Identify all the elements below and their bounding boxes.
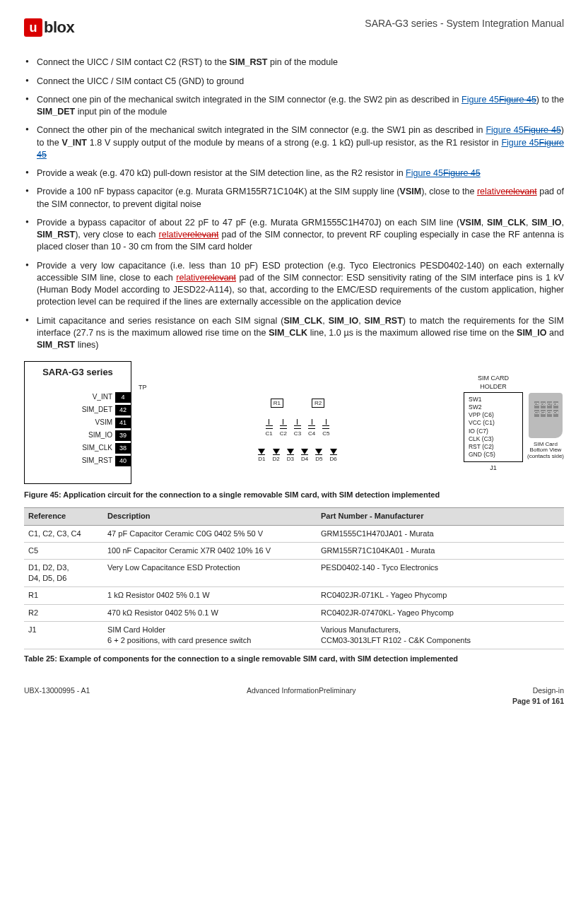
holder-pin: VPP (C6) <box>469 411 518 419</box>
module-pin: SIM_RST40 <box>25 455 131 466</box>
bold: SIM_IO <box>531 218 561 228</box>
figure-45-schematic: SARA-G3 series V_INT4SIM_DET42VSIM41SIM_… <box>24 361 564 484</box>
table-row: R11 kΩ Resistor 0402 5% 0.1 WRC0402JR-07… <box>24 587 564 604</box>
table-cell: PESD0402-140 - Tyco Electronics <box>317 559 564 586</box>
page-footer: UBX-13000995 - A1 Advanced InformationPr… <box>24 685 564 706</box>
sim-holder-column: SIM CARD HOLDER SW1SW2VPP (C6)VCC (C1)IO… <box>464 374 523 473</box>
bold: SIM_DET <box>37 107 75 117</box>
footer-right: Design-in Page 91 of 161 <box>512 685 564 706</box>
footer-section: Design-in <box>512 685 564 695</box>
text: Provide a weak (e.g. 470 kΩ) pull-down r… <box>37 168 406 178</box>
esd-diode: D6 <box>329 449 336 463</box>
col-partnumber: Part Number - Manufacturer <box>317 508 564 525</box>
table-cell: C5 <box>24 542 103 559</box>
table-cell: R2 <box>24 604 103 621</box>
figure-link[interactable]: Figure 45 <box>406 168 443 178</box>
holder-pin: IO (C7) <box>469 428 518 435</box>
table-cell: RC0402JR-07470KL- Yageo Phycomp <box>317 604 564 621</box>
figure-link[interactable]: Figure 45 <box>461 95 499 105</box>
text: , <box>358 316 364 326</box>
pin-label: SIM_RST <box>82 456 112 466</box>
table-cell: GRM155R71C104KA01 - Murata <box>317 542 564 559</box>
table-row: D1, D2, D3, D4, D5, D6Very Low Capacitan… <box>24 559 564 586</box>
holder-pin: VCC (C1) <box>469 419 518 427</box>
text: , <box>526 218 531 228</box>
logo-text: blox <box>44 17 74 38</box>
pin-number: 41 <box>115 418 131 428</box>
document-title: SARA-G3 series - System Integration Manu… <box>365 17 564 30</box>
holder-title: SIM CARD HOLDER <box>478 374 509 391</box>
sim-contact: C1 <box>534 410 539 417</box>
esd-diode: D2 <box>273 449 280 463</box>
bold: SIM_CLK <box>487 218 526 228</box>
col-description: Description <box>103 508 317 525</box>
module-pin: SIM_IO39 <box>25 430 131 441</box>
table-caption: Table 25: Example of components for the … <box>24 654 564 664</box>
logo: u blox <box>24 17 74 38</box>
sim-contact: C6 <box>541 401 546 408</box>
list-item: Provide a weak (e.g. 470 kΩ) pull-down r… <box>24 167 564 179</box>
holder-box: SW1SW2VPP (C6)VCC (C1)IO (C7)CLK (C3)RST… <box>464 392 523 461</box>
holder-pin: CLK (C3) <box>469 435 518 443</box>
pin-number: 40 <box>115 456 131 466</box>
sim-contact: C3 <box>547 410 552 417</box>
module-title: SARA-G3 series <box>25 366 131 379</box>
capacitor-row: C1C2C3C4C5 <box>136 419 459 437</box>
table-cell: Very Low Capacitance ESD Protection <box>103 559 317 586</box>
table-header-row: Reference Description Part Number - Manu… <box>24 508 564 525</box>
text: line, 1.0 µs is the maximum allowed rise… <box>307 328 517 338</box>
text: , <box>481 218 487 228</box>
pin-number: 4 <box>115 392 131 402</box>
table-cell: RC0402JR-071KL - Yageo Phycomp <box>317 587 564 604</box>
table-cell: 470 kΩ Resistor 0402 5% 0.1 W <box>103 604 317 621</box>
table-cell: 47 pF Capacitor Ceramic C0G 0402 5% 50 V <box>103 525 317 542</box>
holder-pin: SW2 <box>469 403 518 411</box>
bold: SIM_RST <box>229 57 267 67</box>
table-cell: 1 kΩ Resistor 0402 5% 0.1 W <box>103 587 317 604</box>
table-row: C5100 nF Capacitor Ceramic X7R 0402 10% … <box>24 542 564 559</box>
sim-contact: C5 <box>534 401 539 408</box>
tp-label: TP <box>139 383 459 391</box>
list-item: Connect the UICC / SIM contact C2 (RST) … <box>24 57 564 69</box>
bold: SIM_CLK <box>283 316 322 326</box>
text: input pin of the module <box>75 107 167 117</box>
sim-contact: C2 <box>541 410 546 417</box>
pin-label: VSIM <box>95 418 112 428</box>
figure-link-old: Figure 45 <box>499 95 536 105</box>
sim-contact: C4 <box>553 410 558 417</box>
bold: SIM_IO <box>329 316 358 326</box>
text: ), very close to each <box>75 230 158 240</box>
tracked-insert: relative <box>159 230 187 240</box>
list-item: Provide a 100 nF bypass capacitor (e.g. … <box>24 186 564 211</box>
tracked-delete: relevant <box>205 273 236 283</box>
text: Connect one pin of the mechanical switch… <box>37 95 461 105</box>
figure-link[interactable]: Figure 45 <box>486 125 523 135</box>
parts-table: Reference Description Part Number - Manu… <box>24 507 564 649</box>
pin-number: 42 <box>115 405 131 415</box>
figure-caption: Figure 45: Application circuit for the c… <box>24 490 564 500</box>
table-row: R2470 kΩ Resistor 0402 5% 0.1 WRC0402JR-… <box>24 604 564 621</box>
table-cell: J1 <box>24 621 103 649</box>
bold: SIM_CLK <box>269 328 307 338</box>
r1-label: R1 <box>271 399 283 408</box>
capacitor: C1 <box>265 419 272 437</box>
pin-label: SIM_CLK <box>82 443 112 453</box>
pin-label: SIM_IO <box>88 430 112 440</box>
esd-diode: D5 <box>315 449 322 463</box>
holder-pin: GND (C5) <box>469 451 518 459</box>
table-cell: 100 nF Capacitor Ceramic X7R 0402 10% 16… <box>103 542 317 559</box>
bold: VSIM <box>459 218 481 228</box>
holder-pin: RST (C2) <box>469 443 518 451</box>
holder-pin: SW1 <box>469 396 518 403</box>
tracked-delete: relevant <box>187 230 218 240</box>
page-header: u blox SARA-G3 series - System Integrati… <box>24 17 564 38</box>
table-cell: D1, D2, D3, D4, D5, D6 <box>24 559 103 586</box>
bold: SIM_RST <box>37 230 75 240</box>
table-cell: C1, C2, C3, C4 <box>24 525 103 542</box>
tracked-delete: relevant <box>505 187 536 196</box>
sim-contact: C8 <box>553 401 558 408</box>
table-cell: R1 <box>24 587 103 604</box>
figure-link[interactable]: Figure 45 <box>501 138 539 148</box>
text: lines) <box>75 340 98 350</box>
esd-diode: D3 <box>287 449 294 463</box>
